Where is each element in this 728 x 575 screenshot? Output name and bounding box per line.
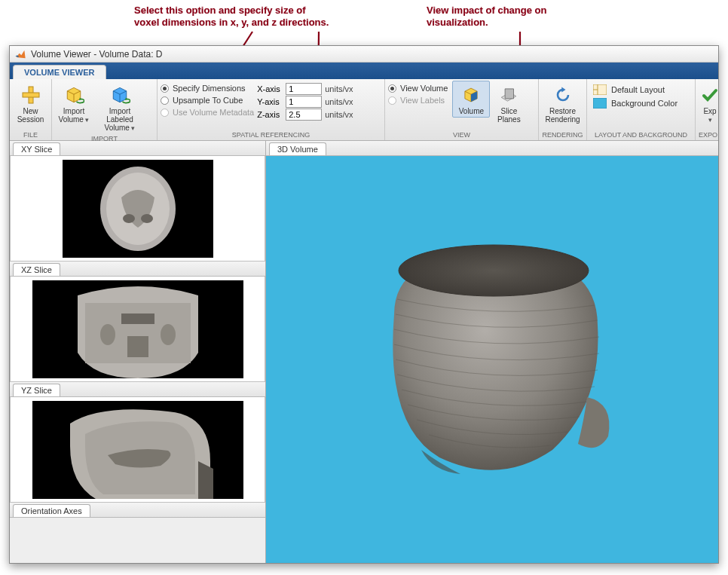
tab-xy-slice[interactable]: XY Slice <box>13 142 60 155</box>
ribbon-tab-bar: VOLUME VIEWER <box>10 63 718 79</box>
radio-dot-icon <box>388 96 396 105</box>
app-window: Volume Viewer - Volume Data: D VOLUME VI… <box>9 45 719 564</box>
restore-rendering-button[interactable]: Restore Rendering <box>542 81 583 126</box>
section-label-layout: LAYOUT AND BACKGROUND <box>590 130 692 139</box>
xaxis-label: X-axis <box>257 84 283 93</box>
slice-planes-label: Slice Planes <box>497 107 521 124</box>
import-labeled-label: Import Labeled Volume <box>95 107 145 132</box>
3d-head-volume <box>349 224 635 495</box>
titlebar: Volume Viewer - Volume Data: D <box>10 46 718 63</box>
svg-point-9 <box>123 214 135 223</box>
panel-yz-slice: YZ Slice <box>10 382 265 503</box>
check-icon <box>698 83 718 107</box>
panel-xz-slice: XZ Slice <box>10 262 265 382</box>
radio-view-volume[interactable]: View Volume <box>388 83 448 93</box>
ribbon-section-import: Import Volume Import Labeled Volume IMPO… <box>52 79 158 140</box>
xz-slice-image <box>32 280 243 378</box>
left-pane: XY Slice XZ Slice <box>10 141 266 563</box>
background-color-label: Background Color <box>611 99 678 108</box>
ribbon-section-view: View Volume View Labels <box>385 79 539 140</box>
annotation-specify-dims: Select this option and specify size of v… <box>134 5 390 29</box>
window-title: Volume Viewer - Volume Data: D <box>31 49 163 60</box>
svg-point-15 <box>100 324 115 345</box>
matlab-logo-icon <box>14 48 26 60</box>
ribbon: New Session FILE Import Volu <box>10 79 718 141</box>
section-label-rendering: RENDERING <box>542 130 583 139</box>
plus-icon <box>19 83 43 107</box>
volume-cube-icon <box>459 83 483 107</box>
radio-label-metadata: Use Volume Metadata <box>173 108 254 117</box>
radio-label-upsample: Upsample To Cube <box>173 96 243 105</box>
restore-arrow-icon <box>551 83 575 107</box>
radio-dot-selected-icon <box>388 84 396 93</box>
new-session-button[interactable]: New Session <box>13 81 48 126</box>
section-label-export: EXPO <box>699 130 715 139</box>
tab-3d-volume[interactable]: 3D Volume <box>269 142 326 155</box>
tab-yz-slice[interactable]: YZ Slice <box>13 384 60 396</box>
ribbon-section-rendering: Restore Rendering RENDERING <box>539 79 587 140</box>
radio-use-metadata[interactable]: Use Volume Metadata <box>161 107 254 118</box>
panel-xy-slice: XY Slice <box>10 141 265 262</box>
zaxis-label: Z-axis <box>257 110 283 119</box>
radio-label-specify-dims: Specify Dimensions <box>173 84 246 93</box>
tab-volume-viewer[interactable]: VOLUME VIEWER <box>13 65 106 79</box>
ribbon-section-layout: Default Layout Background Color LAYOUT A… <box>587 79 696 140</box>
cube-labeled-icon <box>108 83 132 107</box>
zaxis-unit: units/vx <box>325 110 353 119</box>
background-color-button[interactable]: Background Color <box>590 97 692 109</box>
yz-slice-image <box>32 401 243 499</box>
ribbon-section-file: New Session FILE <box>10 79 52 140</box>
radio-dot-selected-icon <box>161 84 169 93</box>
import-volume-label: Import Volume <box>59 107 90 124</box>
panel-orientation-axes: Orientation Axes <box>10 503 265 518</box>
tab-orientation-axes[interactable]: Orientation Axes <box>13 504 90 517</box>
right-pane: 3D Volume <box>266 141 718 563</box>
svg-point-16 <box>161 324 176 345</box>
tab-xz-slice[interactable]: XZ Slice <box>13 263 60 276</box>
yaxis-label: Y-axis <box>257 97 283 106</box>
section-label-view: VIEW <box>388 130 535 139</box>
ribbon-section-spatial: Specify Dimensions Upsample To Cube Use … <box>158 79 385 140</box>
radio-specify-dimensions[interactable]: Specify Dimensions <box>161 83 254 93</box>
xaxis-unit: units/vx <box>325 84 353 93</box>
zaxis-input[interactable] <box>286 109 322 121</box>
restore-rendering-label: Restore Rendering <box>545 107 580 124</box>
default-layout-label: Default Layout <box>611 85 665 94</box>
background-color-swatch-icon <box>593 98 607 109</box>
yaxis-unit: units/vx <box>325 97 353 106</box>
radio-dot-icon <box>161 109 169 117</box>
radio-upsample-cube[interactable]: Upsample To Cube <box>161 95 254 106</box>
export-button[interactable]: Exp <box>699 81 718 126</box>
section-label-spatial: SPATIAL REFERENCING <box>161 130 381 139</box>
svg-rect-1 <box>23 93 39 97</box>
yaxis-input[interactable] <box>286 96 322 108</box>
volume-button[interactable]: Volume <box>452 81 490 118</box>
radio-view-labels[interactable]: View Labels <box>388 95 448 106</box>
xy-slice-image <box>63 160 213 258</box>
radio-dot-icon <box>161 96 169 105</box>
3d-volume-viewport[interactable] <box>266 156 718 563</box>
section-label-import: IMPORT <box>55 134 154 142</box>
svg-rect-14 <box>127 336 148 357</box>
xaxis-input[interactable] <box>286 83 322 95</box>
import-labeled-volume-button[interactable]: Import Labeled Volume <box>93 81 147 134</box>
import-volume-button[interactable]: Import Volume <box>55 81 93 134</box>
svg-rect-5 <box>593 98 607 109</box>
svg-rect-13 <box>121 313 154 324</box>
export-label: Exp <box>701 107 718 124</box>
slice-planes-icon <box>497 83 521 107</box>
cube-import-icon <box>62 83 86 107</box>
default-layout-button[interactable]: Default Layout <box>590 84 692 96</box>
radio-label-view-volume: View Volume <box>400 84 448 93</box>
volume-button-label: Volume <box>459 107 484 115</box>
radio-label-view-labels: View Labels <box>400 96 445 105</box>
slice-planes-button[interactable]: Slice Planes <box>490 81 528 126</box>
layout-grid-icon <box>593 84 607 95</box>
section-label-file: FILE <box>13 130 48 139</box>
svg-point-10 <box>141 214 153 223</box>
new-session-label: New Session <box>17 107 44 124</box>
ribbon-section-export: Exp EXPO <box>696 79 718 140</box>
annotation-view-impact: View impact of change on visualization. <box>427 5 622 29</box>
